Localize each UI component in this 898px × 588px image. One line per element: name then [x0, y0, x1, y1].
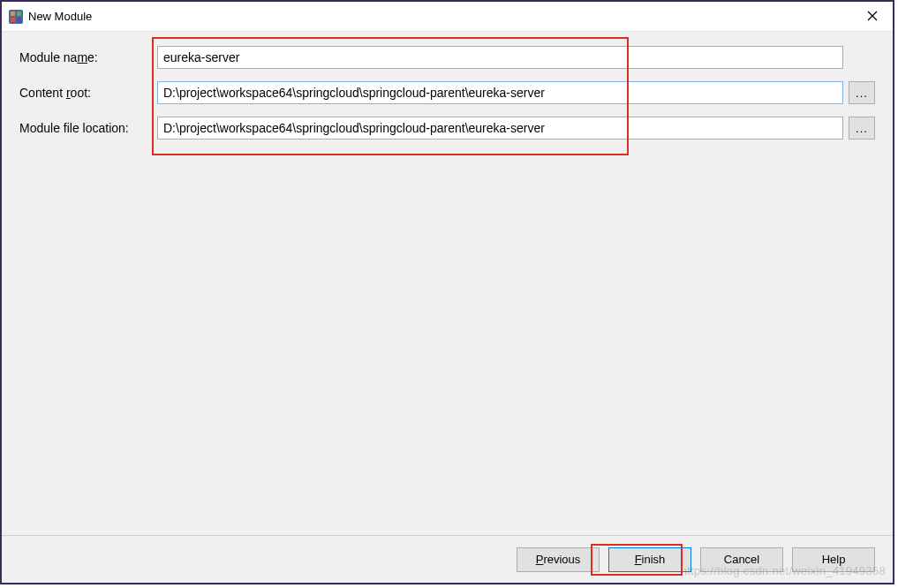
svg-rect-3 — [11, 18, 15, 22]
svg-rect-2 — [17, 11, 21, 16]
window-title: New Module — [28, 10, 92, 23]
close-button[interactable] — [852, 2, 893, 30]
module-file-location-row: Module file location: ... — [19, 117, 875, 139]
content-area: Module name: Content root: ... Module fi… — [2, 32, 893, 535]
dialog-window: New Module Module name: Content root: ..… — [0, 0, 894, 584]
previous-button[interactable]: Previous — [517, 547, 600, 572]
app-icon — [9, 10, 23, 24]
finish-button[interactable]: Finish — [608, 547, 691, 572]
content-root-browse-button[interactable]: ... — [849, 81, 875, 104]
module-name-label: Module name: — [19, 50, 157, 64]
content-root-input[interactable] — [157, 81, 843, 104]
module-file-location-label: Module file location: — [19, 121, 157, 135]
close-icon — [867, 11, 878, 21]
content-root-label: Content root: — [19, 86, 157, 100]
svg-rect-4 — [17, 18, 21, 22]
module-file-browse-button[interactable]: ... — [849, 117, 875, 139]
help-button[interactable]: Help — [792, 547, 875, 572]
button-bar: Previous Finish Cancel Help — [2, 535, 893, 583]
module-file-location-input[interactable] — [157, 117, 843, 139]
module-name-input[interactable] — [157, 46, 843, 69]
content-root-row: Content root: ... — [19, 81, 875, 104]
cancel-button[interactable]: Cancel — [700, 547, 783, 572]
module-name-row: Module name: — [19, 46, 875, 69]
titlebar[interactable]: New Module — [2, 2, 893, 32]
svg-rect-1 — [11, 11, 15, 16]
